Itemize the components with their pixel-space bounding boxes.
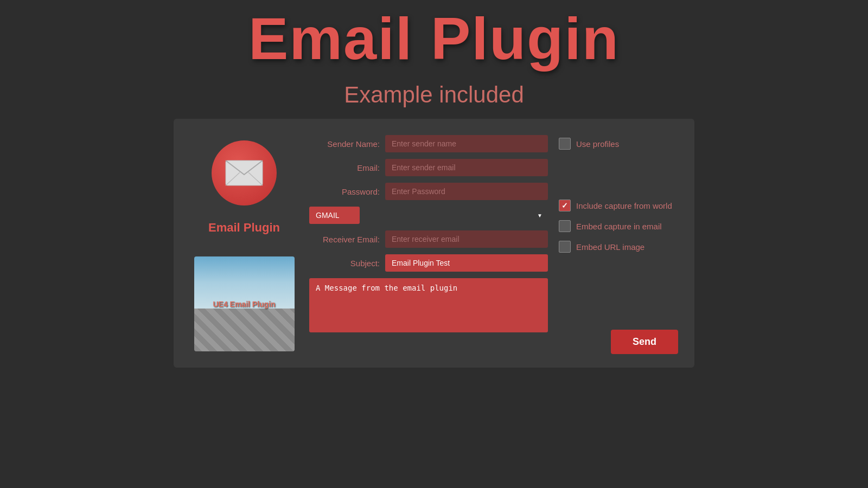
message-row: A Message from the email plugin	[309, 278, 548, 332]
thumbnail: UE4 Email Plugin	[194, 256, 295, 351]
password-row: Password:	[309, 183, 548, 200]
password-input[interactable]	[385, 183, 548, 200]
email-input[interactable]	[385, 159, 548, 176]
page-title: Email Plugin	[248, 5, 620, 71]
message-textarea[interactable]: A Message from the email plugin	[309, 278, 548, 332]
provider-row: GMAIL OUTLOOK YAHOO CUSTOM	[309, 207, 548, 224]
email-row: Email:	[309, 159, 548, 176]
embed-url-row: Embed URL image	[559, 241, 678, 253]
subject-input[interactable]	[385, 254, 548, 272]
sender-name-row: Sender Name:	[309, 135, 548, 152]
thumbnail-label: UE4 Email Plugin	[213, 300, 275, 309]
middle-column: Sender Name: Email: Password: GMAIL OUTL…	[309, 135, 548, 351]
right-column: Use profiles Include capture from world …	[559, 135, 678, 351]
thumbnail-ground	[194, 309, 295, 351]
use-profiles-row: Use profiles	[559, 138, 678, 150]
email-label: Email:	[309, 163, 380, 172]
include-capture-row: Include capture from world	[559, 200, 678, 211]
use-profiles-checkbox[interactable]	[559, 138, 571, 150]
plugin-logo-circle	[212, 140, 277, 206]
receiver-input[interactable]	[385, 230, 548, 248]
password-label: Password:	[309, 187, 380, 196]
receiver-row: Receiver Email:	[309, 230, 548, 248]
embed-url-label: Embed URL image	[576, 242, 644, 252]
subject-row: Subject:	[309, 254, 548, 272]
left-column: Email Plugin UE4 Email Plugin	[190, 135, 298, 351]
include-capture-label: Include capture from world	[576, 201, 672, 210]
use-profiles-label: Use profiles	[576, 139, 619, 149]
provider-select[interactable]: GMAIL OUTLOOK YAHOO CUSTOM	[309, 207, 360, 224]
plugin-label: Email Plugin	[208, 221, 280, 235]
include-capture-checkbox[interactable]	[559, 200, 571, 211]
envelope-icon	[225, 159, 264, 187]
embed-capture-row: Embed capture in email	[559, 220, 678, 232]
embed-url-checkbox[interactable]	[559, 241, 571, 253]
embed-capture-label: Embed capture in email	[576, 222, 662, 231]
sender-name-label: Sender Name:	[309, 139, 380, 149]
page-subtitle: Example included	[344, 82, 524, 108]
subject-label: Subject:	[309, 259, 380, 268]
main-panel: Email Plugin UE4 Email Plugin Sender Nam…	[174, 119, 694, 368]
sender-name-input[interactable]	[385, 135, 548, 152]
embed-capture-checkbox[interactable]	[559, 220, 571, 232]
receiver-label: Receiver Email:	[309, 235, 380, 244]
send-button[interactable]: Send	[611, 330, 678, 354]
provider-select-wrapper: GMAIL OUTLOOK YAHOO CUSTOM	[309, 207, 548, 224]
